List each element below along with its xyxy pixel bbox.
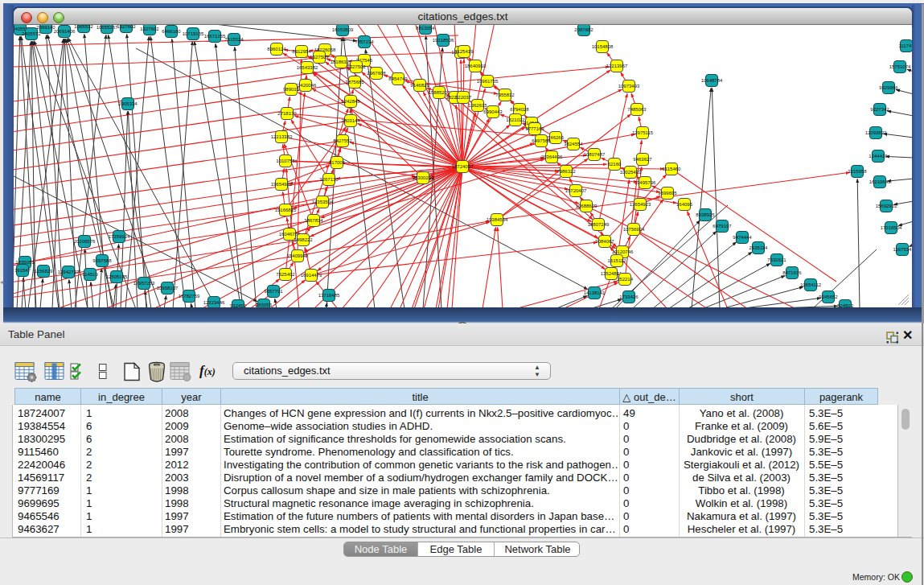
- svg-text:8912954: 8912954: [292, 49, 311, 54]
- svg-text:989015: 989015: [283, 87, 300, 92]
- svg-text:17359924: 17359924: [109, 234, 130, 239]
- svg-text:6479197: 6479197: [713, 224, 732, 229]
- svg-text:16782759: 16782759: [179, 294, 200, 299]
- svg-text:7625402: 7625402: [276, 272, 295, 277]
- svg-text:18640910: 18640910: [465, 64, 487, 68]
- svg-text:19218506: 19218506: [433, 38, 454, 43]
- svg-text:12323446: 12323446: [203, 300, 225, 305]
- svg-text:3267130: 3267130: [319, 177, 339, 182]
- svg-text:7632621: 7632621: [767, 257, 786, 262]
- svg-text:3498222: 3498222: [294, 237, 313, 242]
- svg-text:1615112: 1615112: [608, 258, 627, 263]
- svg-text:10756924: 10756924: [623, 227, 645, 232]
- svg-text:10807487: 10807487: [584, 152, 606, 157]
- svg-text:16914479: 16914479: [301, 273, 322, 278]
- svg-text:12093822: 12093822: [865, 130, 887, 135]
- svg-text:19384554: 19384554: [487, 217, 508, 222]
- svg-text:6990443: 6990443: [483, 109, 503, 114]
- svg-text:9463627: 9463627: [633, 157, 652, 162]
- svg-text:18807249: 18807249: [588, 222, 610, 227]
- svg-text:2935114: 2935114: [749, 245, 769, 250]
- svg-text:15692901: 15692901: [876, 204, 897, 208]
- svg-text:12213967: 12213967: [606, 64, 628, 68]
- svg-text:62160: 62160: [608, 162, 622, 167]
- svg-text:14138141: 14138141: [584, 290, 606, 295]
- svg-text:6497568: 6497568: [532, 138, 551, 143]
- svg-text:13654923: 13654923: [630, 202, 651, 207]
- svg-text:10648784: 10648784: [701, 78, 723, 83]
- svg-text:10688609: 10688609: [576, 204, 598, 208]
- svg-text:19166825: 19166825: [275, 208, 297, 212]
- svg-text:20364436: 20364436: [541, 154, 563, 159]
- svg-text:7955812: 7955812: [495, 93, 515, 97]
- svg-text:2967608: 2967608: [367, 71, 386, 76]
- svg-text:9327502: 9327502: [347, 64, 366, 69]
- svg-text:25300203: 25300203: [413, 175, 434, 180]
- svg-text:10025433: 10025433: [620, 170, 642, 175]
- svg-text:8471676: 8471676: [782, 270, 802, 275]
- svg-text:265055: 265055: [256, 303, 273, 307]
- svg-text:2803144: 2803144: [341, 118, 360, 123]
- svg-text:1327602: 1327602: [117, 25, 136, 29]
- svg-text:1362615: 1362615: [468, 103, 487, 108]
- svg-text:12213383: 12213383: [271, 134, 293, 139]
- svg-text:111743: 111743: [898, 43, 912, 48]
- svg-text:15409948: 15409948: [287, 253, 309, 258]
- svg-text:252214: 252214: [617, 277, 634, 282]
- svg-text:10958107: 10958107: [157, 286, 179, 290]
- svg-text:9777169: 9777169: [525, 126, 544, 131]
- svg-text:13716485: 13716485: [318, 293, 340, 298]
- svg-text:391547: 391547: [14, 268, 31, 273]
- svg-text:13495796: 13495796: [634, 180, 656, 185]
- svg-text:1244419: 1244419: [869, 154, 888, 159]
- svg-text:1065532: 1065532: [74, 25, 93, 29]
- svg-text:2718170: 2718170: [277, 111, 297, 116]
- svg-text:9115460: 9115460: [663, 167, 682, 171]
- svg-text:12353594: 12353594: [312, 200, 334, 204]
- svg-text:1327602: 1327602: [140, 27, 159, 31]
- svg-text:12975115: 12975115: [632, 130, 654, 135]
- svg-text:16210643: 16210643: [869, 179, 891, 184]
- svg-text:7515524: 7515524: [224, 37, 244, 42]
- svg-text:824503: 824503: [837, 303, 854, 307]
- svg-text:16543382: 16543382: [297, 65, 318, 70]
- svg-text:164095: 164095: [676, 202, 693, 207]
- svg-text:9245652: 9245652: [819, 295, 838, 299]
- svg-text:3867834: 3867834: [304, 218, 323, 223]
- svg-text:8427552: 8427552: [333, 138, 352, 143]
- svg-text:10719155: 10719155: [183, 31, 204, 36]
- svg-text:1010755: 1010755: [276, 159, 295, 163]
- svg-text:10120746: 10120746: [612, 249, 634, 254]
- svg-text:10655267: 10655267: [97, 25, 118, 30]
- svg-text:12942737: 12942737: [58, 270, 80, 274]
- svg-text:8813054: 8813054: [416, 26, 435, 31]
- svg-text:3624554: 3624554: [564, 142, 583, 146]
- svg-text:16961755: 16961755: [477, 79, 499, 84]
- svg-text:9084067: 9084067: [595, 239, 614, 244]
- svg-text:12505135: 12505135: [106, 274, 128, 279]
- svg-text:3215958: 3215958: [848, 169, 867, 174]
- svg-text:2405572: 2405572: [22, 31, 41, 36]
- svg-text:9657791: 9657791: [264, 289, 283, 294]
- svg-text:6466160: 6466160: [162, 29, 181, 34]
- svg-text:8960124: 8960124: [267, 47, 286, 51]
- svg-text:20206576: 20206576: [74, 239, 96, 244]
- svg-text:9699695: 9699695: [658, 191, 677, 196]
- svg-text:18724007: 18724007: [452, 164, 474, 169]
- svg-text:9146821: 9146821: [410, 83, 429, 88]
- svg-text:8454749: 8454749: [388, 76, 408, 81]
- svg-text:15751074: 15751074: [889, 64, 911, 69]
- svg-text:20691406: 20691406: [54, 29, 76, 34]
- svg-text:9474444: 9474444: [733, 235, 752, 240]
- svg-text:19654982: 19654982: [271, 182, 293, 187]
- svg-text:932450: 932450: [230, 303, 247, 307]
- svg-text:922037: 922037: [455, 95, 472, 100]
- svg-text:15720407: 15720407: [565, 188, 587, 193]
- svg-text:7485063: 7485063: [627, 107, 647, 112]
- svg-text:9097588: 9097588: [92, 258, 112, 263]
- svg-text:8938925: 8938925: [696, 212, 715, 217]
- svg-text:114519: 114519: [82, 272, 98, 277]
- svg-text:10973493: 10973493: [618, 84, 640, 89]
- svg-text:16053809: 16053809: [332, 27, 354, 32]
- svg-text:1125419: 1125419: [455, 49, 474, 54]
